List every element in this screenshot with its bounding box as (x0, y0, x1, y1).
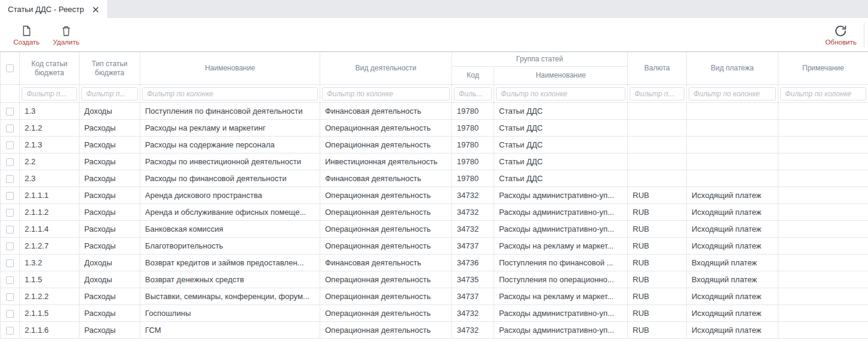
cell-note (778, 238, 868, 255)
filter-budget-type-input[interactable] (81, 87, 138, 100)
table-row[interactable]: 2.1.2РасходыРасходы на рекламу и маркети… (1, 120, 868, 137)
row-checkbox[interactable] (6, 141, 14, 149)
column-header-activity[interactable]: Вид деятельности (320, 52, 452, 85)
table-body: 1.3ДоходыПоступления по финансовой деяте… (1, 103, 868, 339)
row-checkbox[interactable] (6, 209, 14, 217)
table-row[interactable]: 2.1.1.4РасходыБанковская комиссияОпераци… (1, 221, 868, 238)
select-all-checkbox[interactable] (6, 64, 14, 72)
table-row[interactable]: 2.1.1.2РасходыАренда и обслуживание офис… (1, 204, 868, 221)
cell-group_code: 19780 (452, 137, 494, 153)
row-checkbox[interactable] (6, 259, 14, 267)
cell-name: Банковская комиссия (140, 221, 320, 238)
cell-note (778, 120, 868, 137)
table-row[interactable]: 1.1.5ДоходыВозврат денежных средствОпера… (1, 271, 868, 288)
cell-payment: Исходящий платеж (687, 305, 778, 322)
column-header-budget-type[interactable]: Тип статьи бюджета (79, 52, 140, 85)
row-checkbox[interactable] (6, 226, 14, 233)
cell-note (778, 288, 868, 305)
cell-activity: Операционная деятельность (320, 271, 452, 288)
row-checkbox[interactable] (6, 192, 14, 200)
table-row[interactable]: 2.3РасходыРасходы по финансовой деятельн… (1, 170, 868, 187)
cell-group_name: Поступления по финансовой ... (494, 255, 628, 271)
cell-activity: Операционная деятельность (320, 120, 452, 137)
cell-group_code: 34737 (452, 288, 494, 305)
cell-type: Расходы (79, 187, 140, 204)
filter-payment-input[interactable] (689, 87, 776, 100)
select-all-cell (1, 52, 20, 85)
refresh-button[interactable]: Обновить (825, 23, 857, 46)
cell-activity: Инвестиционная деятельность (320, 153, 452, 170)
cell-activity: Операционная деятельность (320, 204, 452, 221)
row-checkbox[interactable] (6, 276, 14, 284)
column-header-group-code[interactable]: Код (452, 67, 494, 85)
cell-group_code: 19780 (452, 120, 494, 137)
table-row[interactable]: 2.1.1.1РасходыАренда дискового пространс… (1, 187, 868, 204)
column-header-note[interactable]: Примечание (778, 52, 868, 85)
column-header-payment[interactable]: Вид платежа (687, 52, 778, 85)
filter-budget-code-input[interactable] (22, 87, 77, 100)
cell-group_name: Статьи ДДС (494, 153, 628, 170)
delete-button[interactable]: Удалить (51, 23, 82, 46)
create-button[interactable]: Создать (11, 23, 42, 46)
row-checkbox-cell (1, 153, 20, 170)
cell-code: 1.3 (20, 103, 79, 120)
filter-note-input[interactable] (780, 87, 866, 100)
table-row[interactable]: 1.3ДоходыПоступления по финансовой деяте… (1, 103, 868, 120)
filter-currency-input[interactable] (630, 87, 684, 100)
cell-group_name: Расходы административно-уп... (494, 305, 628, 322)
row-checkbox[interactable] (6, 310, 14, 318)
table-row[interactable]: 1.3.2ДоходыВозврат кредитов и займов пре… (1, 255, 868, 271)
table-row[interactable]: 2.2РасходыРасходы по инвестиционной деят… (1, 153, 868, 170)
tab-close-icon[interactable] (93, 6, 99, 13)
table-row[interactable]: 2.1.3РасходыРасходы на содержание персон… (1, 137, 868, 153)
cell-activity: Финансовая деятельность (320, 170, 452, 187)
table-row[interactable]: 2.1.2.7РасходыБлаготворительностьОпераци… (1, 238, 868, 255)
cell-note (778, 187, 868, 204)
table-row[interactable]: 2.1.2.2РасходыВыставки, семинары, конфер… (1, 288, 868, 305)
row-checkbox-cell (1, 137, 20, 153)
filter-group-name-input[interactable] (496, 87, 625, 100)
filter-group-code-input[interactable] (454, 87, 492, 100)
cell-code: 2.1.2.7 (20, 238, 79, 255)
row-checkbox[interactable] (6, 175, 14, 183)
toolbar-divider (864, 23, 864, 47)
cell-group_code: 34732 (452, 187, 494, 204)
row-checkbox-cell (1, 322, 20, 339)
row-checkbox[interactable] (6, 158, 14, 166)
cell-group_code: 34735 (452, 271, 494, 288)
cell-note (778, 305, 868, 322)
cell-payment: Входящий платеж (687, 255, 778, 271)
column-group-header: Группа статей (452, 52, 628, 67)
cell-activity: Операционная деятельность (320, 187, 452, 204)
cell-code: 1.1.5 (20, 271, 79, 288)
tab-statyi-dds[interactable]: Статьи ДДС - Реестр (0, 0, 107, 18)
column-header-budget-code[interactable]: Код статьи бюджета (20, 52, 79, 85)
cell-currency (628, 137, 687, 153)
cell-type: Расходы (79, 137, 140, 153)
table-row[interactable]: 2.1.1.5РасходыГоспошлиныОперационная дея… (1, 305, 868, 322)
column-header-name[interactable]: Наименование (140, 52, 320, 85)
cell-code: 2.1.2 (20, 120, 79, 137)
row-checkbox[interactable] (6, 243, 14, 250)
cell-currency: RUB (628, 322, 687, 339)
cell-name: Возврат кредитов и займов предоставлен..… (140, 255, 320, 271)
cell-code: 2.1.1.1 (20, 187, 79, 204)
filter-name-input[interactable] (142, 87, 318, 100)
column-header-currency[interactable]: Валюта (628, 52, 687, 85)
cell-currency: RUB (628, 305, 687, 322)
table-row[interactable]: 2.1.1.6РасходыГСМОперационная деятельнос… (1, 322, 868, 339)
row-checkbox[interactable] (6, 327, 14, 335)
cell-name: Поступления по финансовой деятельности (140, 103, 320, 120)
cell-currency (628, 103, 687, 120)
column-header-group-name[interactable]: Наименование (494, 67, 628, 85)
row-checkbox[interactable] (6, 125, 14, 132)
cell-group_name: Расходы административно-уп... (494, 204, 628, 221)
cell-group_name: Статьи ДДС (494, 170, 628, 187)
filter-activity-input[interactable] (322, 87, 450, 100)
cell-activity: Операционная деятельность (320, 137, 452, 153)
row-checkbox[interactable] (6, 108, 14, 116)
cell-currency (628, 120, 687, 137)
row-checkbox[interactable] (6, 293, 14, 301)
cell-type: Расходы (79, 238, 140, 255)
refresh-button-label: Обновить (825, 39, 857, 46)
